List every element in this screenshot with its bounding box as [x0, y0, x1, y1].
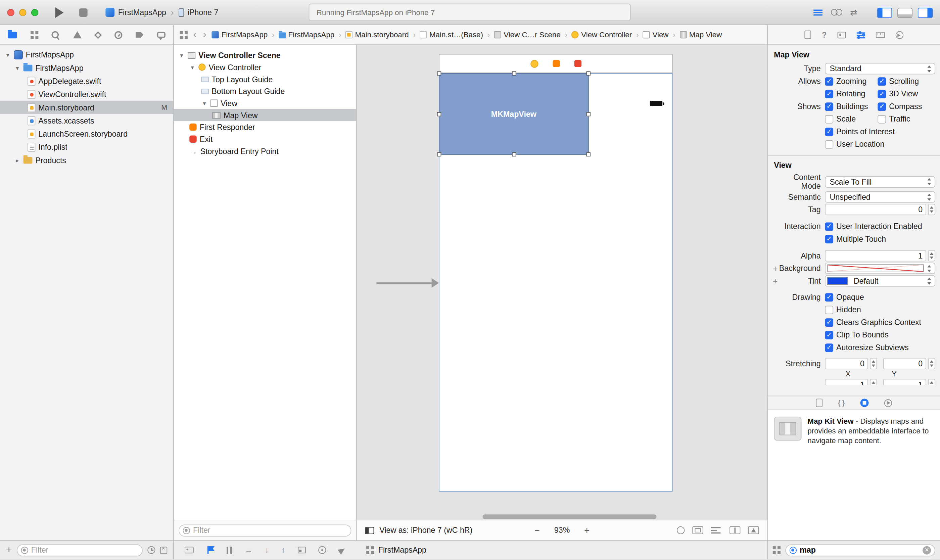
breadcrumb-base[interactable]: Main.st…(Base) [420, 31, 483, 39]
media-library-icon[interactable] [884, 399, 892, 406]
scheme-selector[interactable]: FirstMapsApp › iPhone 7 [105, 8, 218, 17]
embed-in-stack-icon[interactable] [692, 526, 703, 534]
view-hierarchy-debugger-icon[interactable] [298, 547, 306, 554]
type-popup[interactable]: Standard [825, 63, 935, 74]
breakpoint-navigator-icon[interactable] [135, 32, 143, 38]
next-y-field[interactable]: 1 [883, 379, 926, 385]
update-frames-icon[interactable] [677, 526, 685, 534]
pin-constraints-icon[interactable] [729, 526, 740, 534]
step-over-icon[interactable]: → [245, 546, 252, 554]
breadcrumb-view-controller[interactable]: View Controller [572, 31, 632, 39]
alpha-stepper[interactable] [928, 250, 935, 262]
process-selector[interactable]: FirstMapsApp [366, 546, 426, 555]
tag-field[interactable]: 0 [825, 204, 926, 215]
checkbox-traffic[interactable]: Traffic [878, 114, 930, 123]
checkbox-zooming[interactable]: Zooming [825, 77, 878, 86]
library-search-field[interactable]: map × [785, 544, 935, 556]
image-capture-icon[interactable] [185, 547, 194, 554]
outline-first-responder-row[interactable]: First Responder [174, 121, 356, 133]
checkbox-user-location[interactable]: User Location [825, 140, 884, 149]
code-snippet-library-icon[interactable]: { } [838, 399, 845, 406]
resize-handle[interactable] [586, 152, 591, 157]
memory-graph-icon[interactable] [318, 546, 326, 554]
assistant-editor-icon[interactable] [831, 9, 842, 16]
outline-view-controller-row[interactable]: ▾ View Controller [174, 61, 356, 73]
standard-editor-icon[interactable] [814, 9, 823, 16]
file-inspector-icon[interactable] [805, 31, 811, 39]
resize-handle[interactable] [586, 71, 591, 75]
checkbox-3d-view[interactable]: 3D View [878, 89, 930, 98]
breadcrumb-project[interactable]: FirstMapsApp [212, 31, 268, 39]
step-out-icon[interactable]: ↑ [282, 546, 285, 554]
nav-item-appdelegate[interactable]: AppDelegate.swift [0, 74, 173, 87]
map-kit-view-thumbnail[interactable] [774, 417, 802, 440]
add-tint-button[interactable]: + [773, 276, 778, 286]
stretching-y-stepper[interactable] [928, 358, 935, 369]
next-y-stepper[interactable] [928, 379, 935, 385]
object-library-icon[interactable] [860, 398, 869, 407]
interface-builder-canvas[interactable]: MKMapView [357, 45, 767, 540]
exit-icon[interactable] [574, 60, 581, 67]
resize-handle[interactable] [512, 71, 516, 75]
step-into-icon[interactable]: ↓ [265, 546, 269, 554]
run-button[interactable] [52, 5, 67, 20]
content-mode-popup[interactable]: Scale To Fill [825, 176, 935, 187]
checkbox-multiple-touch[interactable]: Multiple Touch [825, 234, 886, 243]
outline-bottom-layout-guide-row[interactable]: Bottom Layout Guide [174, 85, 356, 97]
breadcrumb-group[interactable]: FirstMapsApp [278, 31, 334, 39]
checkbox-opaque[interactable]: Opaque [825, 292, 864, 302]
forward-button[interactable]: › [202, 31, 208, 39]
breakpoints-toggle-icon[interactable] [206, 546, 214, 554]
disclosure-icon[interactable]: ▾ [14, 65, 20, 71]
nav-item-launchscreen[interactable]: LaunchScreen.storyboard [0, 127, 173, 140]
view-controller-icon[interactable] [530, 60, 538, 68]
nav-item-viewcontroller[interactable]: ViewController.swift [0, 88, 173, 101]
related-items-icon[interactable] [180, 31, 188, 38]
resize-handle[interactable] [437, 152, 442, 157]
outline-scene-row[interactable]: ▾ View Controller Scene [174, 49, 356, 61]
resolve-autolayout-icon[interactable] [748, 526, 759, 534]
checkbox-rotating[interactable]: Rotating [825, 89, 878, 98]
outline-view-row[interactable]: ▾ View [174, 97, 356, 109]
alpha-field[interactable]: 1 [825, 250, 926, 262]
checkbox-scale[interactable]: Scale [825, 114, 878, 123]
device-configuration-icon[interactable] [365, 527, 374, 534]
next-x-stepper[interactable] [870, 379, 877, 385]
breadcrumb-storyboard[interactable]: Main.storyboard [345, 31, 409, 39]
library-view-mode-icon[interactable] [773, 546, 780, 554]
disclosure-icon[interactable]: ▾ [202, 100, 208, 106]
disclosure-icon[interactable]: ▸ [14, 157, 20, 163]
debug-navigator-icon[interactable] [114, 31, 122, 38]
resize-handle[interactable] [437, 112, 442, 117]
project-navigator-icon[interactable] [8, 32, 17, 38]
nav-item-project[interactable]: ▾ FirstMapsApp [0, 48, 173, 61]
disclosure-icon[interactable]: ▾ [5, 51, 11, 58]
toggle-navigator-panel-button[interactable] [877, 8, 892, 17]
outline-top-layout-guide-row[interactable]: Top Layout Guide [174, 73, 356, 85]
add-file-button[interactable]: + [6, 546, 12, 554]
align-constraints-icon[interactable] [711, 526, 722, 534]
nav-item-products[interactable]: ▸ Products [0, 154, 173, 166]
nav-item-infoplist[interactable]: Info.plist [0, 140, 173, 154]
outline-map-view-row[interactable]: Map View [174, 109, 356, 121]
checkbox-buildings[interactable]: Buildings [825, 102, 878, 111]
view-as-label[interactable]: View as: iPhone 7 (wC hR) [379, 526, 472, 535]
size-inspector-icon[interactable] [876, 32, 885, 38]
version-editor-icon[interactable]: ⇄ [850, 9, 857, 16]
close-window-button[interactable] [7, 9, 14, 16]
nav-item-group[interactable]: ▾ FirstMapsApp [0, 61, 173, 74]
checkbox-points-of-interest[interactable]: Points of Interest [825, 127, 895, 136]
next-x-field[interactable]: 1 [825, 379, 868, 385]
symbol-navigator-icon[interactable] [31, 31, 38, 38]
zoom-window-button[interactable] [31, 9, 38, 16]
navigator-filter-field[interactable]: Filter [17, 544, 143, 556]
file-template-library-icon[interactable] [816, 398, 823, 407]
stop-button[interactable] [75, 5, 91, 20]
zoom-level[interactable]: 93% [554, 526, 570, 535]
issue-navigator-icon[interactable] [73, 31, 82, 38]
simulate-location-icon[interactable] [338, 546, 346, 554]
zoom-in-button[interactable]: + [584, 525, 589, 535]
breadcrumb-view[interactable]: View [643, 31, 669, 39]
recent-files-icon[interactable] [148, 546, 155, 554]
first-responder-icon[interactable] [552, 60, 560, 67]
